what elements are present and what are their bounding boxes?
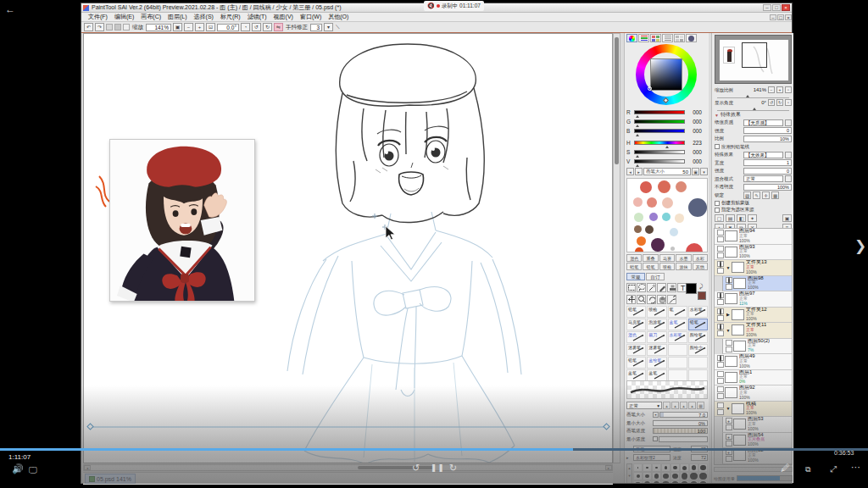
brush-preset-cell[interactable] [689, 480, 698, 483]
toolbar-chip-2[interactable] [114, 24, 121, 30]
menu-item[interactable]: 滤镜(T) [244, 13, 270, 21]
brush-combo-select[interactable]: 水彩纹理2 [633, 454, 670, 461]
layer-row[interactable]: 图层50(2)正常7% [722, 339, 792, 355]
effect-toggle[interactable] [717, 362, 724, 368]
canvas-horizontal-scrollbar[interactable]: ◂ ▸ [83, 464, 613, 471]
color-swatch[interactable] [676, 181, 687, 192]
brush-option-icon-1[interactable]: ▴ [663, 402, 670, 409]
color-swatch[interactable] [658, 180, 670, 193]
brush-setting-slider[interactable]: 7.0 [659, 412, 708, 418]
eye-toggle[interactable] [717, 371, 724, 377]
effects-header[interactable]: ▼ 特殊效果 [712, 111, 793, 119]
brush-cell[interactable]: 颜绘少 [688, 344, 708, 356]
fullscreen-icon[interactable]: ⤢ [830, 464, 837, 474]
canvas-vertical-scrollbar[interactable] [613, 33, 620, 463]
layer-options-button[interactable]: ▣ [782, 214, 792, 222]
reference-photo[interactable] [109, 139, 255, 302]
brush-preset-cell[interactable] [670, 463, 680, 472]
rect-select-button[interactable] [626, 283, 636, 292]
preset-scroll-buttons[interactable]: ▲▼ [626, 463, 632, 483]
folder-triangle-icon[interactable]: ▼ [725, 328, 732, 333]
scratchpad-tab[interactable] [674, 34, 685, 42]
brush-cell[interactable]: 铅笔 [688, 319, 708, 330]
brush-preset-cell[interactable] [680, 480, 689, 483]
angle-reset-button[interactable]: ◔ [241, 23, 250, 31]
brush-preset-cell[interactable] [633, 472, 643, 480]
effect-toggle[interactable] [726, 284, 732, 290]
vertical-scroll-thumb[interactable] [615, 37, 619, 164]
rgb-slider-tab[interactable] [638, 34, 649, 42]
brush-size-display[interactable]: 画笔大小 50 [643, 168, 691, 175]
eye-toggle[interactable]: + [726, 434, 732, 440]
layer-folder-row[interactable]: ▼线稿正常100% [715, 402, 792, 418]
blend-mode-dropdown[interactable] [785, 175, 792, 182]
layer-visibility[interactable] [715, 371, 725, 384]
back-arrow-icon[interactable]: ← [5, 3, 15, 15]
effect-toggle[interactable] [726, 456, 732, 462]
color-scratchpad[interactable] [626, 178, 708, 252]
effect-value[interactable]: 【无质感】 [743, 119, 783, 126]
folder-triangle-icon[interactable]: ▼ [725, 265, 732, 270]
color-wheel[interactable] [636, 44, 697, 105]
brush-preset-cell[interactable] [633, 463, 643, 472]
eye-toggle[interactable] [717, 324, 724, 330]
effect-toggle[interactable] [726, 441, 732, 446]
document-tab[interactable]: 05.psd 141% [85, 474, 136, 484]
move-tool-button[interactable] [626, 295, 636, 304]
drawing-canvas[interactable] [83, 33, 613, 463]
scroll-right-arrow[interactable]: ▸ [605, 465, 612, 470]
brush-preset-cell[interactable] [698, 472, 708, 480]
color-swatch[interactable] [640, 181, 652, 193]
brush-cell[interactable] [668, 369, 687, 381]
brush-cell[interactable]: 水彩笔 [668, 331, 687, 343]
brush-setting-slider[interactable]: 100 [653, 428, 708, 434]
brush-preset-cell[interactable] [698, 480, 708, 483]
redo-button[interactable]: ↷ [95, 23, 104, 31]
stabilizer-value-field[interactable]: 3 [310, 24, 322, 31]
brush-preset-cell[interactable] [698, 463, 708, 472]
nav-zoom-reset-button[interactable]: ▫ [785, 86, 792, 93]
pip-icon[interactable]: ⧉ [805, 465, 810, 474]
pen-button[interactable] [657, 283, 666, 292]
color-swatch[interactable] [634, 213, 643, 222]
minimize-button[interactable]: – [763, 4, 771, 11]
layer-magic-button[interactable]: ✦ [748, 214, 757, 222]
slider-track-g[interactable] [634, 119, 685, 124]
eye-toggle[interactable] [717, 246, 724, 252]
layer-folder-row[interactable]: ▼文件夹11正常100% [715, 323, 792, 339]
layer-visibility[interactable] [715, 386, 725, 399]
brush-preset-cell[interactable] [643, 463, 652, 472]
menu-item[interactable]: 选择(S) [191, 13, 217, 21]
brush-cell[interactable] [688, 369, 708, 381]
lock-pixels-icon[interactable]: ✎ [753, 191, 760, 199]
brush-cell[interactable] [688, 357, 708, 369]
layer-row[interactable]: +图层54正片叠底100% [722, 433, 792, 449]
zoom-out-button[interactable]: − [184, 23, 193, 31]
lock-all-icon[interactable]: ▦ [771, 191, 779, 199]
scroll-left-arrow[interactable]: ◂ [84, 465, 91, 470]
lock-position-icon[interactable]: ✛ [762, 191, 770, 199]
layer-row[interactable]: 图层49正常100% [715, 354, 792, 370]
brush-cell[interactable]: 裁刀 [647, 331, 666, 343]
effect-toggle[interactable] [717, 299, 724, 305]
effect-toggle[interactable] [717, 330, 724, 336]
layer-visibility[interactable]: + [724, 449, 733, 462]
layer-visibility[interactable] [724, 277, 733, 290]
pause-button[interactable]: ❚❚ [431, 463, 445, 473]
brush-preset-cell[interactable] [670, 472, 680, 480]
brush-setting-slider[interactable]: 0% [653, 420, 708, 426]
palette-tab[interactable]: 重叠 [643, 254, 658, 262]
rotate-cw-button[interactable]: ↻ [263, 23, 272, 31]
layer-visibility[interactable] [715, 355, 725, 368]
effect-toggle[interactable] [717, 236, 724, 242]
layer-visibility[interactable] [715, 292, 725, 305]
skip-back-icon[interactable]: ↺ [412, 463, 420, 473]
brush-cell[interactable]: 马克笔 [626, 319, 646, 330]
slider-track-r[interactable] [634, 110, 685, 114]
brush-cell[interactable] [668, 344, 687, 356]
horizontal-scroll-thumb[interactable] [358, 466, 434, 469]
folder-triangle-icon[interactable]: ▼ [725, 406, 732, 411]
eye-toggle[interactable] [717, 308, 724, 314]
nav-zoom-out-button[interactable]: − [768, 86, 775, 93]
zoom-fit-button[interactable]: ⊡ [206, 23, 215, 31]
